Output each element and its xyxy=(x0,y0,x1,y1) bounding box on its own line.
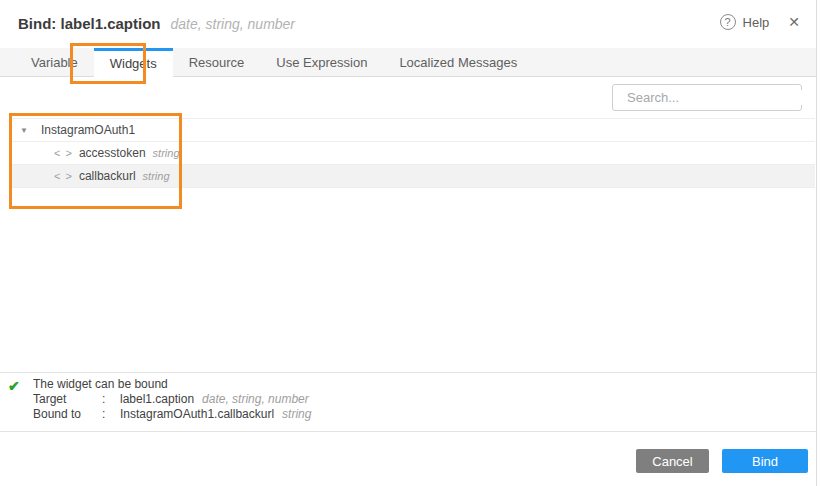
tree-node-label: accesstoken xyxy=(79,146,146,160)
tab-resource[interactable]: Resource xyxy=(173,48,261,77)
status-value: label1.caption xyxy=(120,392,194,406)
tab-localized-messages[interactable]: Localized Messages xyxy=(383,48,533,77)
help-link[interactable]: Help xyxy=(743,15,770,30)
status-colon: : xyxy=(102,392,120,407)
tab-variable[interactable]: Variable xyxy=(15,48,94,77)
search-input[interactable] xyxy=(627,90,803,105)
status-label: Target xyxy=(33,392,102,407)
tab-bar: Variable Widgets Resource Use Expression… xyxy=(0,48,816,77)
tab-use-expression[interactable]: Use Expression xyxy=(260,48,383,77)
bind-button[interactable]: Bind xyxy=(722,449,808,473)
cancel-button[interactable]: Cancel xyxy=(636,449,709,473)
footer-divider xyxy=(0,431,816,432)
status-divider-top xyxy=(0,372,816,373)
search-box xyxy=(612,84,802,111)
widget-tree: ▼ InstagramOAuth1 < > accesstoken string… xyxy=(10,118,815,188)
field-icon: < > xyxy=(54,170,73,182)
dialog-right-border xyxy=(816,0,817,486)
field-icon: < > xyxy=(54,147,73,159)
tab-widgets[interactable]: Widgets xyxy=(94,48,173,78)
check-icon: ✔ xyxy=(8,377,33,394)
tree-node-label: callbackurl xyxy=(79,169,136,183)
tree-node-type: string xyxy=(153,147,180,159)
bind-dialog: Bind: label1.caption date, string, numbe… xyxy=(0,0,820,486)
status-value: InstagramOAuth1.callbackurl xyxy=(120,407,274,421)
dialog-title: Bind: label1.caption xyxy=(18,15,161,32)
tree-node-root[interactable]: ▼ InstagramOAuth1 xyxy=(10,119,815,142)
status-message: The widget can be bound xyxy=(33,377,311,392)
tree-node-callbackurl[interactable]: < > callbackurl string xyxy=(10,165,815,188)
status-label: Bound to xyxy=(33,407,102,422)
close-icon[interactable]: ✕ xyxy=(788,14,800,30)
status-colon: : xyxy=(102,407,120,422)
tree-node-type: string xyxy=(143,170,170,182)
status-target-row: Target : label1.captiondate, string, num… xyxy=(33,392,311,407)
status-value-type: date, string, number xyxy=(202,392,309,406)
tree-node-accesstoken[interactable]: < > accesstoken string xyxy=(10,142,815,165)
chevron-down-icon[interactable]: ▼ xyxy=(20,126,30,135)
help-icon[interactable]: ? xyxy=(720,14,736,30)
dialog-header: Bind: label1.caption date, string, numbe… xyxy=(0,0,816,48)
status-boundto-row: Bound to : InstagramOAuth1.callbackurlst… xyxy=(33,407,311,422)
binding-status: ✔ The widget can be bound Target : label… xyxy=(8,377,311,422)
dialog-subtitle: date, string, number xyxy=(171,16,296,32)
status-value-type: string xyxy=(282,407,311,421)
tree-node-label: InstagramOAuth1 xyxy=(41,123,135,137)
